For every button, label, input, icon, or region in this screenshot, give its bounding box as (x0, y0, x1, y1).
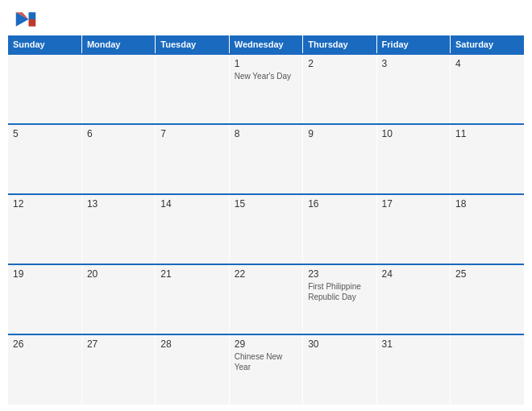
calendar-cell: 4 (451, 54, 524, 124)
calendar-weeks: 1New Year's Day2345678910111213141516171… (8, 54, 524, 405)
logo (15, 8, 40, 31)
calendar-cell: 12 (8, 194, 81, 264)
day-number: 24 (382, 268, 445, 280)
calendar-cell: 7 (156, 124, 229, 194)
calendar-week-4: 26272829Chinese New Year3031 (8, 334, 524, 405)
weekday-header-sunday: Sunday (8, 35, 81, 54)
day-number: 23 (308, 268, 371, 280)
day-number: 29 (235, 338, 297, 350)
holiday-label: Chinese New Year (235, 351, 297, 372)
calendar-cell: 17 (376, 194, 450, 264)
day-number: 13 (87, 198, 150, 210)
day-number: 5 (13, 128, 77, 139)
calendar-cell: 9 (303, 124, 376, 194)
day-number: 30 (308, 338, 371, 350)
day-number: 21 (160, 268, 223, 280)
calendar-cell (8, 54, 81, 124)
weekday-header-tuesday: Tuesday (156, 35, 229, 54)
day-number: 17 (382, 198, 445, 210)
calendar-cell: 11 (451, 124, 524, 194)
calendar-body: SundayMondayTuesdayWednesdayThursdayFrid… (0, 35, 532, 411)
header (0, 0, 532, 35)
calendar-cell: 26 (8, 334, 81, 405)
calendar-week-1: 567891011 (8, 124, 524, 194)
calendar-cell: 16 (303, 194, 376, 264)
calendar-cell: 14 (156, 194, 229, 264)
day-number: 20 (87, 268, 150, 280)
day-number: 26 (13, 338, 77, 350)
calendar-cell: 20 (81, 264, 155, 334)
day-number: 11 (455, 128, 519, 139)
weekday-header-friday: Friday (376, 35, 450, 54)
calendar-cell: 2 (303, 54, 376, 124)
calendar-cell: 27 (81, 334, 155, 405)
calendar-cell: 31 (376, 334, 450, 405)
weekday-header-saturday: Saturday (451, 35, 524, 54)
calendar-week-2: 12131415161718 (8, 194, 524, 264)
calendar-cell: 5 (8, 124, 81, 194)
calendar-cell (81, 54, 155, 124)
day-number: 27 (87, 338, 150, 350)
calendar-cell: 23First Philippine Republic Day (303, 264, 376, 334)
day-number: 10 (382, 128, 445, 139)
calendar-cell: 22 (229, 264, 302, 334)
calendar-page: SundayMondayTuesdayWednesdayThursdayFrid… (0, 0, 532, 411)
calendar-week-3: 1920212223First Philippine Republic Day2… (8, 264, 524, 334)
calendar-cell: 28 (156, 334, 229, 405)
calendar-cell (156, 54, 229, 124)
day-number: 15 (235, 198, 297, 210)
calendar-week-0: 1New Year's Day234 (8, 54, 524, 124)
holiday-label: First Philippine Republic Day (308, 281, 371, 302)
calendar-cell: 8 (229, 124, 302, 194)
calendar-cell: 19 (8, 264, 81, 334)
day-number: 4 (455, 58, 519, 69)
day-number: 2 (308, 58, 371, 69)
calendar-cell: 30 (303, 334, 376, 405)
calendar-cell: 25 (451, 264, 524, 334)
weekday-header-monday: Monday (81, 35, 155, 54)
calendar-cell: 15 (229, 194, 302, 264)
day-number: 12 (13, 198, 77, 210)
calendar-cell: 24 (376, 264, 450, 334)
calendar-cell: 21 (156, 264, 229, 334)
day-number: 25 (455, 268, 519, 280)
calendar-cell: 18 (451, 194, 524, 264)
day-number: 16 (308, 198, 371, 210)
day-number: 31 (382, 338, 445, 350)
day-number: 19 (13, 268, 77, 280)
day-number: 22 (235, 268, 297, 280)
calendar-cell: 1New Year's Day (229, 54, 302, 124)
weekday-header-row: SundayMondayTuesdayWednesdayThursdayFrid… (8, 35, 524, 54)
calendar-cell: 3 (376, 54, 450, 124)
weekday-header-thursday: Thursday (303, 35, 376, 54)
day-number: 18 (455, 198, 519, 210)
day-number: 28 (160, 338, 223, 350)
day-number: 14 (160, 198, 223, 210)
svg-rect-3 (29, 19, 36, 27)
day-number: 7 (160, 128, 223, 139)
calendar-table: SundayMondayTuesdayWednesdayThursdayFrid… (8, 35, 524, 405)
day-number: 3 (382, 58, 445, 69)
svg-rect-2 (29, 12, 36, 19)
day-number: 1 (235, 58, 297, 69)
calendar-cell: 6 (81, 124, 155, 194)
calendar-cell: 13 (81, 194, 155, 264)
day-number: 9 (308, 128, 371, 139)
day-number: 6 (87, 128, 150, 139)
calendar-cell: 10 (376, 124, 450, 194)
calendar-cell: 29Chinese New Year (229, 334, 302, 405)
logo-icon (15, 8, 37, 31)
holiday-label: New Year's Day (235, 71, 297, 81)
calendar-cell (451, 334, 524, 405)
day-number: 8 (235, 128, 297, 139)
weekday-header-wednesday: Wednesday (229, 35, 302, 54)
